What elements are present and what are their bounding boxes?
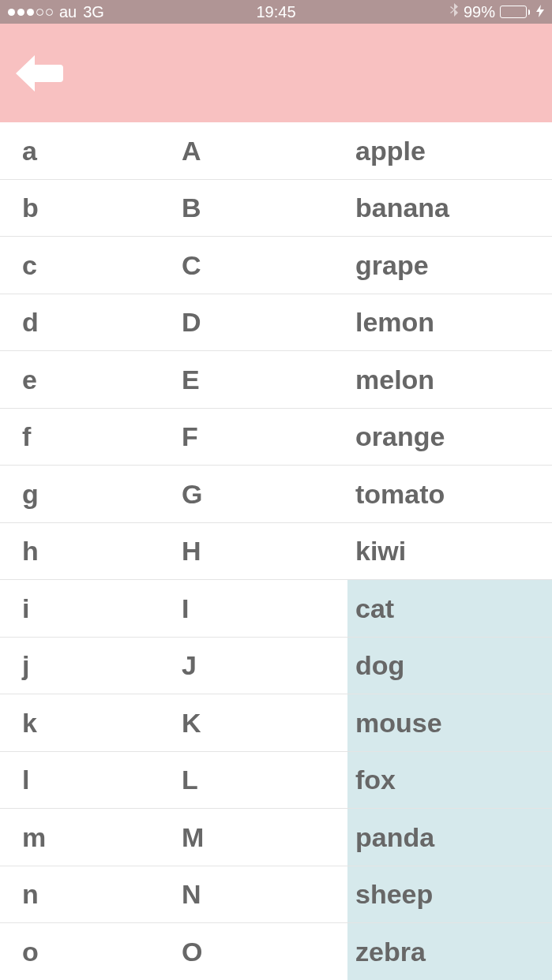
word-label: apple [347, 137, 552, 164]
uppercase-letter: B [182, 194, 347, 221]
lowercase-letter: l [0, 766, 182, 793]
uppercase-letter: I [182, 595, 347, 622]
signal-strength-icon [8, 9, 53, 16]
uppercase-letter: F [182, 423, 347, 450]
battery-percentage: 99% [464, 3, 495, 21]
clock-label: 19:45 [256, 3, 295, 21]
list-item[interactable]: dDlemon [0, 294, 552, 352]
uppercase-letter: D [182, 309, 347, 335]
word-label: lemon [347, 309, 552, 335]
word-label: sheep [347, 866, 552, 923]
list-item[interactable]: gGtomato [0, 466, 552, 523]
word-label: banana [347, 194, 552, 221]
list-item[interactable]: nNsheep [0, 866, 552, 924]
list-item[interactable]: iIcat [0, 580, 552, 638]
word-label: cat [347, 580, 552, 637]
word-label: zebra [347, 923, 552, 980]
lowercase-letter: i [0, 595, 182, 622]
list-item[interactable]: bBbanana [0, 180, 552, 238]
lowercase-letter: a [0, 137, 182, 164]
uppercase-letter: O [182, 938, 347, 965]
status-bar: au 3G 19:45 99% [0, 0, 552, 24]
word-label: grape [347, 252, 552, 279]
word-label: melon [347, 366, 552, 393]
nav-bar [0, 24, 552, 122]
uppercase-letter: G [182, 481, 347, 507]
back-button[interactable] [14, 54, 63, 93]
list-item[interactable]: oOzebra [0, 923, 552, 980]
list-item[interactable]: hHkiwi [0, 523, 552, 581]
status-left: au 3G [8, 3, 104, 21]
lowercase-letter: j [0, 652, 182, 679]
list-item[interactable]: kKmouse [0, 694, 552, 752]
carrier-label: au [59, 3, 77, 21]
lowercase-letter: o [0, 938, 182, 965]
list-item[interactable]: jJdog [0, 638, 552, 695]
uppercase-letter: M [182, 824, 347, 851]
lowercase-letter: k [0, 709, 182, 736]
word-label: orange [347, 423, 552, 450]
status-right: 99% [449, 3, 544, 21]
list-item[interactable]: fForange [0, 409, 552, 466]
uppercase-letter: L [182, 766, 347, 793]
lowercase-letter: m [0, 824, 182, 851]
uppercase-letter: N [182, 881, 347, 907]
word-label: fox [347, 752, 552, 809]
lowercase-letter: h [0, 537, 182, 564]
lowercase-letter: c [0, 252, 182, 279]
lowercase-letter: e [0, 366, 182, 393]
uppercase-letter: E [182, 366, 347, 393]
lowercase-letter: d [0, 309, 182, 335]
battery-icon [500, 6, 530, 18]
list-item[interactable]: aAapple [0, 122, 552, 180]
bluetooth-icon [449, 3, 459, 21]
word-label: dog [347, 638, 552, 694]
network-label: 3G [83, 3, 104, 21]
lowercase-letter: b [0, 194, 182, 221]
list-item[interactable]: eEmelon [0, 351, 552, 409]
uppercase-letter: A [182, 137, 347, 164]
word-list[interactable]: aAapplebBbananacCgrapedDlemoneEmelonfFor… [0, 122, 552, 980]
uppercase-letter: K [182, 709, 347, 736]
lowercase-letter: g [0, 481, 182, 507]
uppercase-letter: J [182, 652, 347, 679]
word-label: mouse [347, 694, 552, 751]
charging-icon [536, 5, 544, 20]
list-item[interactable]: lLfox [0, 752, 552, 810]
uppercase-letter: H [182, 537, 347, 564]
list-item[interactable]: cCgrape [0, 237, 552, 294]
back-arrow-icon [14, 54, 63, 93]
word-label: kiwi [347, 537, 552, 564]
list-item[interactable]: mMpanda [0, 809, 552, 866]
lowercase-letter: n [0, 881, 182, 907]
word-label: panda [347, 809, 552, 866]
lowercase-letter: f [0, 423, 182, 450]
uppercase-letter: C [182, 252, 347, 279]
word-label: tomato [347, 481, 552, 507]
